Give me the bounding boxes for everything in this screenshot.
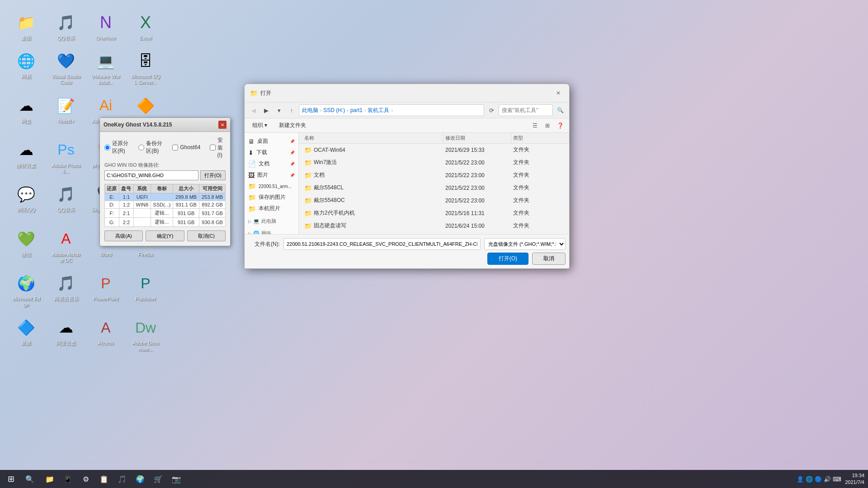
onekey-titlebar: OneKey Ghost V14.5.8.215 ✕ (100, 118, 230, 132)
sidebar-group-network[interactable]: ▷ 🌐 网络 (245, 228, 298, 234)
sidebar-item-savedphotos[interactable]: 📁 保存的图片 (245, 192, 298, 203)
taskbar-camera-icon[interactable]: 📷 (168, 471, 184, 487)
desktop-icon-dreamweaver[interactable]: Dw Adobe Dreamwe... (128, 314, 163, 355)
breadcrumb-tools[interactable]: 装机工具 (368, 107, 389, 114)
breadcrumb-part1[interactable]: part1 (350, 107, 363, 113)
desktop-icon-notepad[interactable]: 📝 NoteB+ (49, 92, 83, 133)
desktop-icon-onedrive[interactable]: ☁ 微软云盘 (9, 136, 43, 177)
desktop-icon-wangyi[interactable]: 🌐 网易 (9, 47, 43, 88)
taskbar-clock[interactable]: 19:34 2021/7/4 (845, 472, 864, 486)
desktop-icon-sqlserver[interactable]: 🗄 Microsoft SQL Server... (128, 47, 163, 88)
sidebar-item-downloads[interactable]: ⬇ 下载 📌 (245, 147, 298, 158)
desktop-icon-neteasemusic[interactable]: 🎵 网易云音乐 (49, 270, 83, 310)
sidebar-item-camera[interactable]: 📁 本机照片 (245, 203, 298, 214)
dialog-open-button[interactable]: 打开(O) (487, 253, 528, 265)
file-row-geli[interactable]: 📁格力2代手机内机 2021/5/16 11:31 文件夹 (299, 207, 569, 220)
table-row[interactable]: F: 2:1 逻辑... 931 GB 931.7 GB (105, 209, 226, 218)
search-icon[interactable]: 🔍 (555, 105, 566, 116)
desktop-icon-excel[interactable]: X Excel (128, 9, 163, 44)
view-grid-button[interactable]: ⊞ (542, 120, 553, 131)
col-restore: 还原 (105, 184, 119, 193)
taskbar-tablet-icon[interactable]: 📱 (60, 471, 76, 487)
table-row[interactable]: D: 1:2 WIN8 SSD(...) 931.1 GB 892.2 GB (105, 201, 226, 209)
open-path-button[interactable]: 打开(O) (200, 170, 226, 180)
desktop-icon-access[interactable]: A Access (89, 314, 123, 355)
filetype-select[interactable]: 光盘镜像文件 (*.GHO;*.WIM;*.SWI (484, 238, 566, 250)
icon-label: 阿里云盘 (56, 340, 76, 346)
file-row-ocat[interactable]: 📁OCAT-Win64 2021/6/29 15:33 文件夹 (299, 144, 569, 156)
view-list-button[interactable]: ☰ (529, 120, 540, 131)
taskbar-filemanager-icon[interactable]: 📋 (96, 471, 112, 487)
nav-refresh-button[interactable]: ⟳ (486, 105, 497, 116)
dialog-close-button[interactable]: ✕ (553, 88, 564, 99)
cancel-button[interactable]: 取消(C) (187, 230, 226, 241)
desktop-icon-onenote[interactable]: N OneNote (89, 9, 123, 44)
desktop-icon-vmware[interactable]: 💻 VMware Workstat... (89, 47, 123, 88)
radio-backup[interactable]: 备份分区(B) (138, 136, 163, 158)
sidebar-group-thispc[interactable]: ▷ 💻 此电脑 (245, 216, 298, 226)
nav-back-button[interactable]: ◀ (248, 105, 259, 116)
desktop-icon-msedge[interactable]: 🌍 Microsoft Edge (9, 270, 43, 310)
desktop-icon-wechat[interactable]: 💚 微信 (9, 225, 43, 266)
file-row-doc[interactable]: 📁文档 2021/5/22 23:00 文件夹 (299, 169, 569, 182)
taskbar-store-icon[interactable]: 🛒 (150, 471, 166, 487)
breadcrumb-ssd[interactable]: SSD (H:) (323, 107, 345, 113)
desktop-icon-powerpoint[interactable]: P PowerPoint (89, 270, 123, 310)
advanced-button[interactable]: 高级(A) (104, 230, 143, 241)
desktop-icon-acrobat[interactable]: A Adobe Acrobat DC (49, 225, 83, 266)
checkbox-ghost64[interactable]: Ghost64 (172, 136, 200, 158)
desktop-icon-photoshop[interactable]: Ps Adobe Photoli... (49, 136, 83, 177)
organize-button[interactable]: 组织 ▾ (248, 120, 271, 131)
nav-up-button[interactable]: ↑ (286, 105, 297, 116)
dialog-cancel-button[interactable]: 取消 (532, 253, 566, 265)
breadcrumb-pc[interactable]: 此电脑 (302, 107, 318, 114)
desktop-icon-tencentqq[interactable]: 💬 腾讯QQ (9, 181, 43, 221)
taskbar-search-button[interactable]: 🔍 (22, 471, 38, 487)
table-row[interactable]: E: 1:1 UEFI 299.8 MB 253.8 MB (105, 193, 226, 201)
nav-forward-button[interactable]: ▶ (261, 105, 272, 116)
desktop-icon-publisher[interactable]: P Publisher (128, 270, 163, 310)
sidebar-item-desktop[interactable]: 🖥 桌面 📌 (245, 136, 298, 147)
nav-recent-button[interactable]: ▾ (274, 105, 284, 116)
taskbar-explorer-icon[interactable]: 📁 (42, 471, 58, 487)
taskbar-keyboard-icon[interactable]: ⌨ (833, 476, 841, 483)
desktop-icon-qq[interactable]: 🎵 QQ音乐 (49, 9, 83, 44)
taskbar-settings-icon[interactable]: ⚙ (78, 471, 94, 487)
icon-label: Adobe Photoli... (52, 163, 80, 174)
column-date[interactable]: 修改日期 (443, 133, 511, 143)
sidebar-item-pictures[interactable]: 🖼 图片 📌 (245, 169, 298, 181)
file-row-dell5548cl[interactable]: 📁戴尔5548CL 2021/5/22 23:00 文件夹 (299, 182, 569, 194)
taskbar-network-icon[interactable]: 🌐 (806, 476, 813, 483)
table-row[interactable]: G: 2:2 逻辑... 931 GB 930.8 GB (105, 218, 226, 227)
onekey-body: 还原分区(R) 备份分区(B) Ghost64 安装(I) GHO WIN IS… (100, 132, 230, 246)
file-row-win7[interactable]: 📁Win7激活 2021/5/22 23:00 文件夹 (299, 156, 569, 169)
column-name[interactable]: 名称 (302, 133, 443, 143)
taskbar-edge-icon[interactable]: 🌍 (132, 471, 148, 487)
path-input[interactable] (104, 170, 198, 180)
desktop-icon-vscode[interactable]: 💙 Visual Studio Code (49, 47, 83, 88)
desktop-icon-new[interactable]: 🔷 新建 (9, 314, 43, 355)
wangyi-icon: 🌐 (15, 50, 37, 72)
sidebar-item-arm[interactable]: 📁 22000.51_arm... (245, 181, 298, 192)
view-help-button[interactable]: ❓ (555, 120, 566, 131)
file-row-ssd[interactable]: 📁固态硬盘读写 2021/6/24 15:00 文件夹 (299, 220, 569, 232)
ok-button[interactable]: 确定(Y) (146, 230, 184, 241)
search-input[interactable] (499, 104, 553, 116)
new-folder-button[interactable]: 新建文件夹 (275, 120, 310, 131)
radio-restore[interactable]: 还原分区(R) (104, 136, 129, 158)
sidebar-item-documents[interactable]: 📄 文档 📌 (245, 158, 298, 169)
onekey-close-button[interactable]: ✕ (218, 121, 226, 129)
column-type[interactable]: 类型 (511, 133, 566, 143)
checkbox-install[interactable]: 安装(I) (210, 136, 226, 158)
desktop-icon-aliyun[interactable]: ☁ 阿里云盘 (49, 314, 83, 355)
taskbar-volume-icon[interactable]: 🔊 (824, 476, 831, 483)
filename-input[interactable] (283, 238, 481, 250)
desktop-icon-qqmusic[interactable]: 🎵 QQ音乐 (49, 181, 83, 221)
start-button[interactable]: ⊞ (0, 470, 22, 488)
desktop-icon-cloud[interactable]: ☁ 网盘 (9, 92, 43, 133)
taskbar-user-icon[interactable]: 👤 (797, 476, 804, 483)
taskbar-netease-icon[interactable]: 🎵 (114, 471, 130, 487)
desktop-icon-folder[interactable]: 📁 桌面 (9, 9, 43, 44)
file-row-dell5548oc[interactable]: 📁戴尔5548OC 2021/5/22 23:00 文件夹 (299, 194, 569, 207)
taskbar-bluetooth-icon[interactable]: 🔵 (815, 476, 822, 483)
